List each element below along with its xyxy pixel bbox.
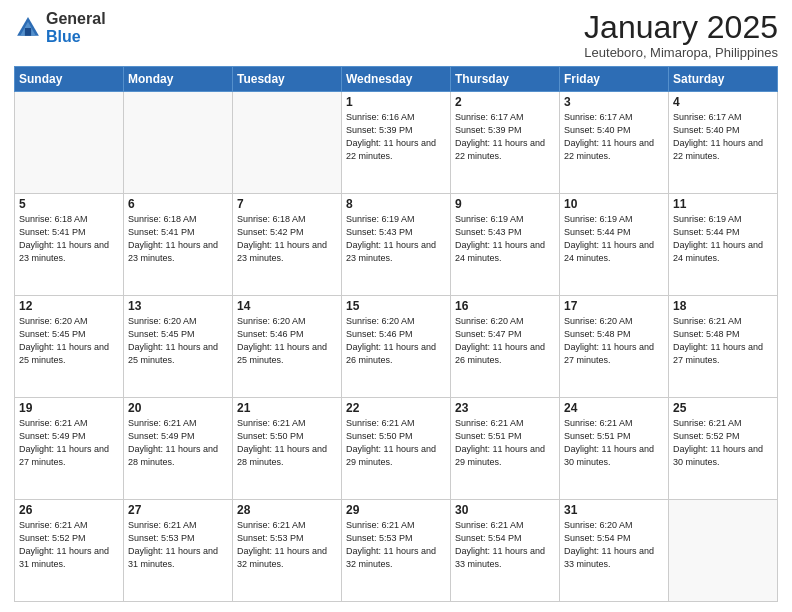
svg-rect-2: [25, 28, 31, 36]
day-info: Sunrise: 6:17 AMSunset: 5:39 PMDaylight:…: [455, 111, 555, 163]
day-cell: 26Sunrise: 6:21 AMSunset: 5:52 PMDayligh…: [15, 500, 124, 602]
day-number: 7: [237, 197, 337, 211]
day-cell: 12Sunrise: 6:20 AMSunset: 5:45 PMDayligh…: [15, 296, 124, 398]
month-title: January 2025: [584, 10, 778, 45]
day-cell: 23Sunrise: 6:21 AMSunset: 5:51 PMDayligh…: [451, 398, 560, 500]
day-cell: [124, 92, 233, 194]
day-number: 24: [564, 401, 664, 415]
day-info: Sunrise: 6:19 AMSunset: 5:44 PMDaylight:…: [564, 213, 664, 265]
day-cell: 11Sunrise: 6:19 AMSunset: 5:44 PMDayligh…: [669, 194, 778, 296]
day-info: Sunrise: 6:21 AMSunset: 5:49 PMDaylight:…: [19, 417, 119, 469]
page: General Blue January 2025 Leuteboro, Mim…: [0, 0, 792, 612]
day-header-monday: Monday: [124, 67, 233, 92]
day-cell: 8Sunrise: 6:19 AMSunset: 5:43 PMDaylight…: [342, 194, 451, 296]
day-cell: 6Sunrise: 6:18 AMSunset: 5:41 PMDaylight…: [124, 194, 233, 296]
day-info: Sunrise: 6:20 AMSunset: 5:47 PMDaylight:…: [455, 315, 555, 367]
day-cell: [15, 92, 124, 194]
day-info: Sunrise: 6:21 AMSunset: 5:51 PMDaylight:…: [564, 417, 664, 469]
day-number: 14: [237, 299, 337, 313]
day-cell: 13Sunrise: 6:20 AMSunset: 5:45 PMDayligh…: [124, 296, 233, 398]
day-number: 13: [128, 299, 228, 313]
calendar: SundayMondayTuesdayWednesdayThursdayFrid…: [14, 66, 778, 602]
logo-blue: Blue: [46, 28, 106, 46]
day-number: 26: [19, 503, 119, 517]
day-number: 11: [673, 197, 773, 211]
header: General Blue January 2025 Leuteboro, Mim…: [14, 10, 778, 60]
day-number: 16: [455, 299, 555, 313]
day-cell: 15Sunrise: 6:20 AMSunset: 5:46 PMDayligh…: [342, 296, 451, 398]
day-cell: 25Sunrise: 6:21 AMSunset: 5:52 PMDayligh…: [669, 398, 778, 500]
day-number: 25: [673, 401, 773, 415]
day-info: Sunrise: 6:21 AMSunset: 5:54 PMDaylight:…: [455, 519, 555, 571]
header-row: SundayMondayTuesdayWednesdayThursdayFrid…: [15, 67, 778, 92]
day-info: Sunrise: 6:18 AMSunset: 5:41 PMDaylight:…: [19, 213, 119, 265]
day-info: Sunrise: 6:19 AMSunset: 5:43 PMDaylight:…: [455, 213, 555, 265]
day-cell: 2Sunrise: 6:17 AMSunset: 5:39 PMDaylight…: [451, 92, 560, 194]
day-info: Sunrise: 6:21 AMSunset: 5:50 PMDaylight:…: [237, 417, 337, 469]
day-number: 29: [346, 503, 446, 517]
day-number: 19: [19, 401, 119, 415]
day-cell: 22Sunrise: 6:21 AMSunset: 5:50 PMDayligh…: [342, 398, 451, 500]
day-info: Sunrise: 6:21 AMSunset: 5:53 PMDaylight:…: [237, 519, 337, 571]
day-info: Sunrise: 6:17 AMSunset: 5:40 PMDaylight:…: [673, 111, 773, 163]
day-header-thursday: Thursday: [451, 67, 560, 92]
day-info: Sunrise: 6:16 AMSunset: 5:39 PMDaylight:…: [346, 111, 446, 163]
logo-icon: [14, 14, 42, 42]
day-info: Sunrise: 6:20 AMSunset: 5:46 PMDaylight:…: [237, 315, 337, 367]
day-header-saturday: Saturday: [669, 67, 778, 92]
day-number: 1: [346, 95, 446, 109]
day-cell: 7Sunrise: 6:18 AMSunset: 5:42 PMDaylight…: [233, 194, 342, 296]
day-info: Sunrise: 6:19 AMSunset: 5:44 PMDaylight:…: [673, 213, 773, 265]
day-number: 23: [455, 401, 555, 415]
week-row-1: 1Sunrise: 6:16 AMSunset: 5:39 PMDaylight…: [15, 92, 778, 194]
day-header-sunday: Sunday: [15, 67, 124, 92]
day-cell: [233, 92, 342, 194]
day-cell: 1Sunrise: 6:16 AMSunset: 5:39 PMDaylight…: [342, 92, 451, 194]
day-header-wednesday: Wednesday: [342, 67, 451, 92]
day-cell: 4Sunrise: 6:17 AMSunset: 5:40 PMDaylight…: [669, 92, 778, 194]
day-cell: 21Sunrise: 6:21 AMSunset: 5:50 PMDayligh…: [233, 398, 342, 500]
day-cell: 10Sunrise: 6:19 AMSunset: 5:44 PMDayligh…: [560, 194, 669, 296]
week-row-5: 26Sunrise: 6:21 AMSunset: 5:52 PMDayligh…: [15, 500, 778, 602]
day-info: Sunrise: 6:20 AMSunset: 5:46 PMDaylight:…: [346, 315, 446, 367]
day-number: 31: [564, 503, 664, 517]
day-cell: 14Sunrise: 6:20 AMSunset: 5:46 PMDayligh…: [233, 296, 342, 398]
day-info: Sunrise: 6:17 AMSunset: 5:40 PMDaylight:…: [564, 111, 664, 163]
day-number: 8: [346, 197, 446, 211]
location: Leuteboro, Mimaropa, Philippines: [584, 45, 778, 60]
day-cell: 16Sunrise: 6:20 AMSunset: 5:47 PMDayligh…: [451, 296, 560, 398]
week-row-3: 12Sunrise: 6:20 AMSunset: 5:45 PMDayligh…: [15, 296, 778, 398]
day-number: 30: [455, 503, 555, 517]
day-info: Sunrise: 6:20 AMSunset: 5:45 PMDaylight:…: [19, 315, 119, 367]
title-block: January 2025 Leuteboro, Mimaropa, Philip…: [584, 10, 778, 60]
day-info: Sunrise: 6:21 AMSunset: 5:50 PMDaylight:…: [346, 417, 446, 469]
week-row-4: 19Sunrise: 6:21 AMSunset: 5:49 PMDayligh…: [15, 398, 778, 500]
day-info: Sunrise: 6:21 AMSunset: 5:53 PMDaylight:…: [128, 519, 228, 571]
day-cell: 5Sunrise: 6:18 AMSunset: 5:41 PMDaylight…: [15, 194, 124, 296]
day-cell: 30Sunrise: 6:21 AMSunset: 5:54 PMDayligh…: [451, 500, 560, 602]
day-number: 9: [455, 197, 555, 211]
week-row-2: 5Sunrise: 6:18 AMSunset: 5:41 PMDaylight…: [15, 194, 778, 296]
logo: General Blue: [14, 10, 106, 45]
day-info: Sunrise: 6:21 AMSunset: 5:52 PMDaylight:…: [673, 417, 773, 469]
day-header-friday: Friday: [560, 67, 669, 92]
day-number: 2: [455, 95, 555, 109]
day-info: Sunrise: 6:20 AMSunset: 5:48 PMDaylight:…: [564, 315, 664, 367]
day-info: Sunrise: 6:21 AMSunset: 5:52 PMDaylight:…: [19, 519, 119, 571]
day-number: 22: [346, 401, 446, 415]
day-number: 12: [19, 299, 119, 313]
day-number: 4: [673, 95, 773, 109]
day-info: Sunrise: 6:20 AMSunset: 5:45 PMDaylight:…: [128, 315, 228, 367]
day-cell: 17Sunrise: 6:20 AMSunset: 5:48 PMDayligh…: [560, 296, 669, 398]
day-info: Sunrise: 6:21 AMSunset: 5:49 PMDaylight:…: [128, 417, 228, 469]
day-info: Sunrise: 6:18 AMSunset: 5:41 PMDaylight:…: [128, 213, 228, 265]
day-number: 21: [237, 401, 337, 415]
day-cell: 9Sunrise: 6:19 AMSunset: 5:43 PMDaylight…: [451, 194, 560, 296]
day-cell: 27Sunrise: 6:21 AMSunset: 5:53 PMDayligh…: [124, 500, 233, 602]
day-number: 5: [19, 197, 119, 211]
day-number: 18: [673, 299, 773, 313]
day-number: 10: [564, 197, 664, 211]
day-number: 20: [128, 401, 228, 415]
logo-general: General: [46, 10, 106, 28]
day-info: Sunrise: 6:18 AMSunset: 5:42 PMDaylight:…: [237, 213, 337, 265]
